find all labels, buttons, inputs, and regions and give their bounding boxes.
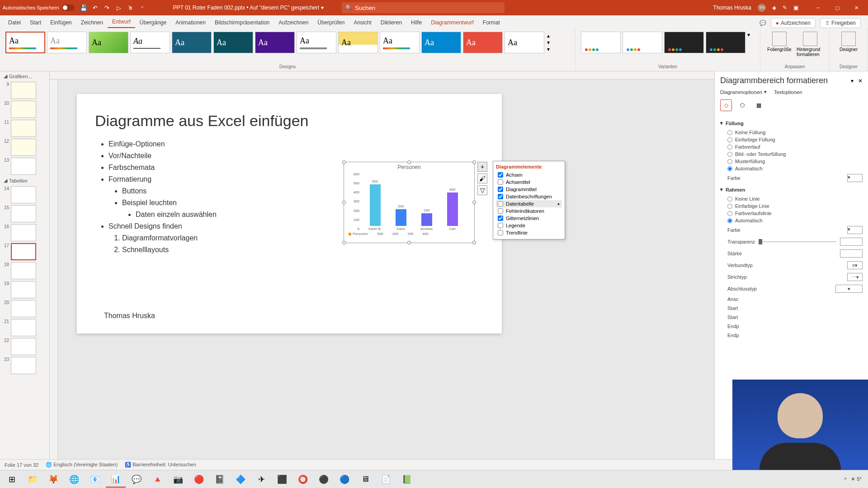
bar-karin-b[interactable]	[370, 184, 381, 226]
slide-thumb-9[interactable]	[11, 82, 36, 99]
slide-thumb-16[interactable]	[11, 224, 36, 241]
section-fill[interactable]: ▾ Füllung	[720, 117, 863, 129]
design-thumb[interactable]: Aa	[130, 32, 170, 53]
variant-thumb[interactable]	[623, 32, 662, 53]
chrome-icon[interactable]: 🌐	[64, 471, 84, 488]
app-icon[interactable]: ⬛	[272, 471, 292, 488]
designer-button[interactable]: Designer	[835, 32, 862, 52]
design-thumb[interactable]: Aa	[463, 32, 503, 53]
radio-auto-line[interactable]: Automatisch	[727, 217, 863, 224]
more-icon[interactable]: ⁼	[139, 4, 146, 11]
vlc-icon[interactable]: 🔺	[147, 471, 167, 488]
tab-ansicht[interactable]: Ansicht	[349, 17, 376, 28]
compound-combo[interactable]: ≡▾	[847, 261, 863, 269]
gallery-up-icon[interactable]: ▴	[547, 33, 552, 39]
tab-datei[interactable]: Datei	[4, 17, 25, 28]
tab-diagrammentwurf[interactable]: Diagrammentwurf	[426, 17, 478, 28]
tab-format[interactable]: Format	[478, 17, 505, 28]
slide-size-button[interactable]: Foliengröße	[766, 32, 793, 57]
tab-aufzeichnen[interactable]: Aufzeichnen	[274, 17, 313, 28]
pane-dropdown-icon[interactable]: ▾	[851, 78, 854, 84]
section-tables[interactable]: ◢ Tabellen	[0, 176, 49, 185]
variant-thumb[interactable]	[706, 32, 745, 53]
slide-counter[interactable]: Folie 17 von 32	[5, 462, 38, 468]
design-thumb[interactable]: Aa	[172, 32, 212, 53]
chart-legend[interactable]: Personen 500 200 150 400	[344, 231, 474, 237]
size-icon[interactable]: ▦	[753, 99, 764, 111]
language-status[interactable]: 🌐 Englisch (Vereinigte Staaten)	[46, 462, 118, 468]
slide-thumb-23[interactable]	[11, 357, 36, 374]
powerpoint-icon[interactable]: 📊	[106, 471, 126, 488]
variants-gallery[interactable]: ▾	[579, 30, 756, 55]
gallery-more-icon[interactable]: ▾	[547, 46, 552, 52]
chart-filters-button[interactable]: ▽	[477, 185, 487, 195]
variant-thumb[interactable]	[581, 32, 621, 53]
outlook-icon[interactable]: 📧	[85, 471, 105, 488]
section-graphics[interactable]: ◢ Grafiken...	[0, 71, 49, 81]
author-name[interactable]: Thomas Hruska	[104, 312, 155, 320]
tab-animationen[interactable]: Animationen	[171, 17, 210, 28]
bg-format-button[interactable]: Hintergrund formatieren	[797, 32, 824, 57]
flyout-legende[interactable]: Legende	[496, 222, 562, 229]
radio-solid-line[interactable]: Einfarbige Linie	[727, 202, 863, 210]
app-icon[interactable]: 🖥	[355, 471, 375, 488]
app-icon[interactable]: 💬	[127, 471, 146, 488]
radio-solid-fill[interactable]: Einfarbige Füllung	[727, 136, 863, 143]
flyout-trendlinie[interactable]: Trendlinie	[496, 229, 562, 236]
maximize-button[interactable]: ▢	[828, 1, 846, 14]
explorer-icon[interactable]: 📁	[23, 471, 42, 488]
tab-text-options[interactable]: Textoptionen	[774, 89, 802, 95]
start-menu-icon[interactable]: ⊞	[2, 471, 22, 488]
section-border[interactable]: ▾ Rahmen	[720, 184, 863, 195]
slide-workspace[interactable]: Diagramme aus Excel einfügen Einfüge-Opt…	[77, 94, 502, 333]
slide-thumb-15[interactable]	[11, 205, 36, 222]
chart-plot-area[interactable]: 600 500 400 300 200 100 0 500Karin B. 20…	[344, 172, 474, 231]
tab-einfuegen[interactable]: Einfügen	[46, 17, 76, 28]
flyout-diagrammtitel[interactable]: Diagrammtitel	[496, 186, 562, 193]
radio-gradient-fill[interactable]: Farbverlauf	[727, 143, 863, 150]
slide-thumb-10[interactable]	[11, 101, 36, 118]
gallery-down-icon[interactable]: ▾	[547, 39, 552, 46]
tab-hilfe[interactable]: Hilfe	[406, 17, 426, 28]
flyout-gitternetzlinien[interactable]: Gitternetzlinien	[496, 215, 562, 222]
app-icon[interactable]: 📷	[168, 471, 188, 488]
flyout-datenbeschriftungen[interactable]: Datenbeschriftungen	[496, 193, 562, 200]
slide-thumb-11[interactable]	[11, 120, 36, 137]
accessibility-status[interactable]: ♿ Barrierefreiheit: Untersuchen	[125, 462, 196, 468]
bar-andrew[interactable]	[421, 213, 432, 226]
transparency-spinner[interactable]	[840, 238, 863, 246]
app-icon[interactable]: 🔵	[335, 471, 354, 488]
firefox-icon[interactable]: 🦊	[43, 471, 63, 488]
variants-more-icon[interactable]: ▾	[747, 32, 755, 53]
search-input[interactable]	[355, 5, 501, 11]
flyout-fehlerindikatoren[interactable]: Fehlerindikatoren	[496, 207, 562, 215]
width-spinner[interactable]	[840, 249, 863, 258]
record-button[interactable]: ●Aufzeichnen	[771, 18, 816, 28]
slide-thumb-12[interactable]	[11, 139, 36, 156]
designs-gallery[interactable]: Aa Aa Aa Aa Aa Aa Aa Aa Aa Aa Aa Aa Aa ▴…	[4, 30, 571, 55]
save-icon[interactable]: 💾	[80, 4, 87, 11]
bar-karin[interactable]	[396, 209, 406, 226]
slide-thumb-22[interactable]	[11, 338, 36, 355]
share-button[interactable]: ⇪Freigeben	[820, 18, 861, 28]
slide-thumb-20[interactable]	[11, 300, 36, 317]
pane-close-icon[interactable]: ✕	[858, 78, 863, 84]
app-icon[interactable]: 📄	[376, 471, 396, 488]
design-thumb[interactable]: Aa	[5, 32, 45, 53]
tab-bildschirm[interactable]: Bildschirmpräsentation	[210, 17, 274, 28]
flyout-achsen[interactable]: Achsen	[496, 171, 562, 178]
document-title[interactable]: PPT 01 Roter Faden 002.pptx • Auf "diese…	[173, 5, 324, 11]
flyout-datentabelle[interactable]: Datentabelle▸	[496, 200, 562, 207]
tab-diktieren[interactable]: Diktieren	[376, 17, 406, 28]
slide-thumb-14[interactable]	[11, 186, 36, 203]
chart-styles-button[interactable]: 🖌	[477, 174, 487, 183]
transparency-slider[interactable]	[759, 241, 836, 242]
design-thumb[interactable]: Aa	[505, 32, 544, 53]
pen-icon[interactable]: ✎	[783, 5, 787, 11]
slide-canvas[interactable]: Diagramme aus Excel einfügen Einfüge-Opt…	[50, 71, 714, 459]
design-thumb[interactable]: Aa	[213, 32, 253, 53]
slide-thumb-17[interactable]	[11, 243, 36, 260]
tab-zeichnen[interactable]: Zeichnen	[76, 17, 108, 28]
slide-panel[interactable]: ◢ Grafiken... 9 10 11 12 13 ◢ Tabellen 1…	[0, 71, 50, 459]
slide-thumb-18[interactable]	[11, 262, 36, 279]
